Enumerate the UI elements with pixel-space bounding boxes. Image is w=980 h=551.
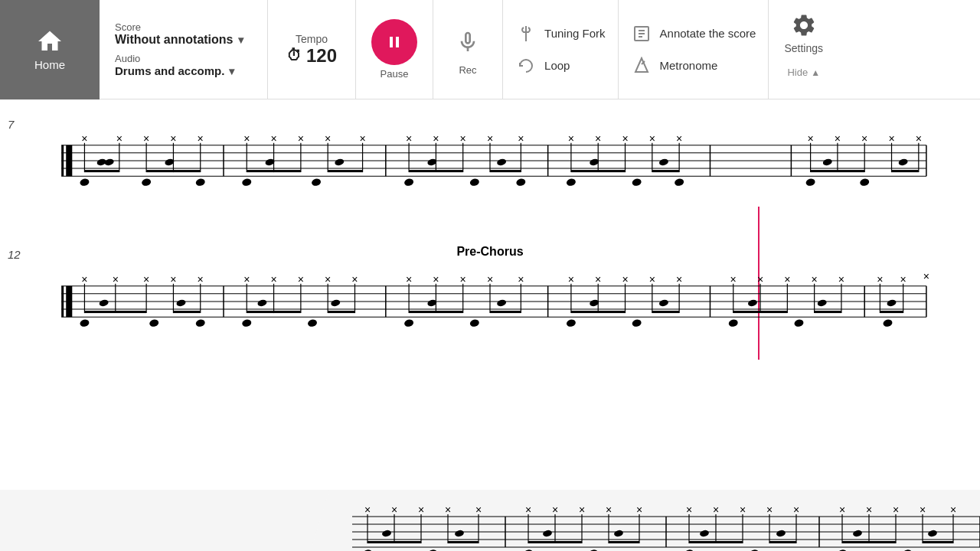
hide-button[interactable]: Hide ▲: [787, 67, 820, 78]
audio-value-text: Drums and accomp.: [115, 64, 224, 77]
svg-rect-231: [448, 541, 479, 543]
tools-section: Tuning Fork Loop: [503, 0, 618, 99]
svg-point-251: [613, 530, 624, 538]
measure-number-7: 7: [8, 118, 14, 131]
svg-point-192: [747, 299, 758, 308]
svg-text:×: ×: [116, 132, 122, 145]
svg-rect-173: [652, 311, 679, 313]
svg-rect-61: [490, 170, 521, 172]
audio-dropdown-arrow: ▾: [229, 65, 234, 77]
pause-icon: [385, 33, 403, 51]
section-label-prechorus: Pre-Chorus: [46, 245, 934, 259]
svg-rect-199: [880, 311, 903, 313]
svg-point-125: [79, 318, 90, 328]
svg-text:×: ×: [418, 504, 424, 516]
svg-point-30: [195, 178, 206, 187]
svg-text:×: ×: [888, 132, 894, 145]
svg-text:×: ×: [595, 132, 601, 145]
svg-text:×: ×: [81, 273, 87, 285]
svg-rect-172: [571, 311, 626, 313]
svg-text:×: ×: [766, 504, 773, 516]
hide-label: Hide: [787, 67, 808, 78]
pause-button[interactable]: [371, 19, 417, 65]
svg-point-128: [99, 299, 109, 308]
svg-rect-60: [409, 170, 463, 172]
svg-text:×: ×: [243, 132, 250, 145]
svg-rect-230: [368, 541, 421, 543]
svg-text:×: ×: [861, 132, 867, 145]
svg-rect-124: [173, 311, 200, 313]
home-button[interactable]: Home: [0, 0, 100, 99]
rec-button[interactable]: [449, 23, 487, 61]
svg-rect-43: [247, 170, 301, 172]
bottom-staff: × × × × × × × × × ×: [352, 497, 980, 551]
svg-text:×: ×: [916, 132, 922, 145]
svg-text:×: ×: [487, 132, 493, 145]
svg-text:×: ×: [433, 273, 439, 285]
svg-rect-27: [146, 170, 201, 172]
metronome-button[interactable]: Metronome: [631, 55, 756, 77]
svg-point-191: [793, 318, 804, 328]
svg-text:×: ×: [649, 132, 655, 145]
svg-rect-140: [247, 311, 301, 313]
svg-point-234: [381, 530, 392, 538]
svg-text:×: ×: [838, 273, 844, 285]
svg-point-282: [852, 530, 863, 538]
metronome-icon: [631, 55, 652, 77]
svg-text:×: ×: [359, 132, 365, 145]
metronome-label: Metronome: [660, 59, 718, 72]
tempo-display: ⏱ 120: [286, 45, 337, 67]
settings-button[interactable]: [791, 12, 817, 41]
svg-point-126: [149, 318, 159, 328]
svg-text:×: ×: [636, 504, 642, 516]
svg-point-81: [674, 178, 684, 187]
bottom-area: tomplay™ × × × × ×: [0, 490, 980, 551]
svg-text:×: ×: [198, 273, 204, 285]
svg-point-158: [403, 318, 414, 328]
tempo-value-text: 120: [306, 45, 337, 67]
svg-rect-8: [61, 145, 64, 176]
svg-rect-279: [923, 541, 953, 543]
svg-rect-26: [84, 170, 119, 172]
svg-point-161: [496, 299, 507, 308]
svg-point-49: [334, 158, 345, 167]
svg-text:×: ×: [351, 273, 358, 285]
tuning-fork-button[interactable]: Tuning Fork: [515, 23, 605, 44]
svg-text:×: ×: [487, 273, 493, 285]
svg-point-96: [805, 178, 816, 187]
transport-section: Pause: [356, 0, 433, 99]
svg-point-250: [542, 530, 553, 538]
svg-text:×: ×: [198, 132, 204, 145]
rec-label: Rec: [459, 64, 476, 76]
audio-dropdown[interactable]: Drums and accomp. ▾: [115, 64, 252, 77]
svg-point-145: [330, 299, 341, 308]
svg-text:×: ×: [579, 504, 585, 516]
svg-text:×: ×: [950, 504, 956, 516]
svg-rect-156: [409, 311, 463, 313]
svg-text:×: ×: [143, 273, 149, 285]
svg-rect-9: [66, 145, 72, 176]
svg-text:×: ×: [445, 504, 451, 516]
svg-text:×: ×: [552, 504, 558, 516]
score-label: Score: [115, 21, 252, 33]
loop-button[interactable]: Loop: [515, 55, 605, 77]
svg-rect-263: [769, 541, 796, 543]
svg-text:×: ×: [812, 273, 818, 285]
svg-text:×: ×: [170, 132, 176, 145]
svg-point-174: [566, 318, 577, 328]
score-dropdown[interactable]: Without annotations ▾: [115, 33, 252, 47]
svg-point-28: [79, 178, 90, 187]
svg-rect-123: [84, 311, 146, 313]
svg-point-98: [822, 158, 833, 167]
svg-text:×: ×: [243, 273, 250, 285]
hide-chevron-icon: ▲: [811, 67, 820, 78]
settings-label: Settings: [784, 42, 823, 54]
annotate-button[interactable]: Annotate the score: [631, 23, 756, 44]
score-dropdown-arrow: ▾: [238, 34, 243, 46]
staff-row-2: 12 Pre-Chorus × × × × ×: [0, 214, 980, 355]
svg-rect-94: [811, 170, 865, 172]
settings-icon: [791, 12, 817, 38]
svg-text:×: ×: [595, 273, 601, 285]
svg-text:×: ×: [606, 504, 612, 516]
svg-text:×: ×: [391, 504, 397, 516]
